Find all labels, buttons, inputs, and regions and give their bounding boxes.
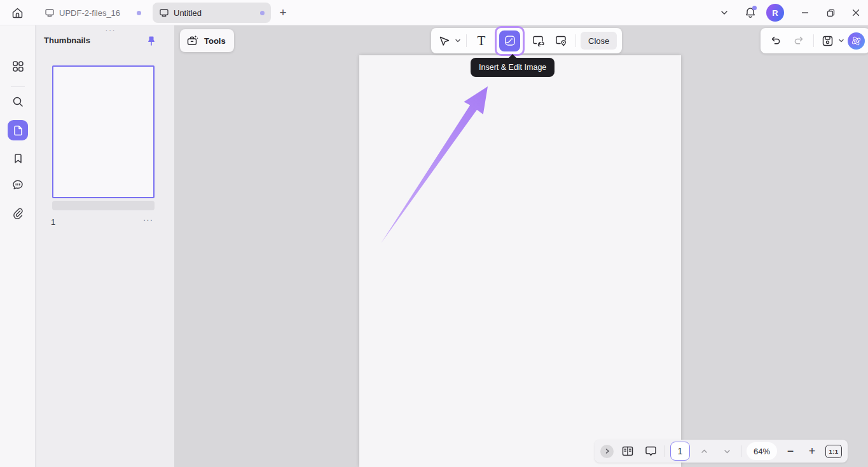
sidebar-item-search[interactable] [8, 91, 28, 112]
page-number-input[interactable]: 1 [670, 442, 690, 461]
text-tool-icon: T [478, 33, 486, 49]
history-save-toolbar [761, 28, 868, 53]
redo-button[interactable] [789, 30, 809, 51]
document-tab-icon [159, 8, 169, 18]
presentation-mode-button[interactable] [642, 442, 659, 460]
titlebar: UPDF-2-files_16 Untitled + R [0, 0, 868, 25]
minimize-button[interactable] [797, 4, 813, 21]
save-button[interactable] [818, 30, 836, 51]
sidebar-item-thumbnails[interactable] [8, 120, 28, 140]
paperclip-icon [11, 207, 24, 220]
statusbar-divider [665, 445, 665, 457]
tab-label: Untitled [174, 8, 202, 18]
icon-sidebar [0, 25, 36, 467]
toolbar-divider [813, 34, 814, 47]
page-layout-button[interactable] [619, 442, 637, 460]
comment-bubble-icon [11, 179, 24, 191]
home-icon [11, 6, 24, 20]
toolbar-divider [575, 34, 576, 47]
unsaved-dot [260, 11, 265, 15]
document-tab-icon [45, 8, 55, 18]
pushpin-icon [146, 35, 157, 46]
user-avatar[interactable]: R [766, 4, 784, 22]
link-tool-icon [531, 34, 545, 48]
close-window-button[interactable] [848, 4, 864, 21]
toolbox-icon [186, 34, 200, 48]
tools-button[interactable]: Tools [180, 29, 234, 52]
statusbar-divider [741, 445, 741, 457]
page-icon [12, 125, 24, 137]
collapse-bar-button[interactable] [600, 445, 614, 458]
pin-panel-button[interactable] [144, 33, 159, 48]
window-menu-chevron-down-icon[interactable] [716, 4, 733, 21]
text-tool-button[interactable]: T [471, 30, 492, 51]
location-tool-button[interactable] [551, 30, 571, 51]
actual-size-button[interactable]: 1:1 [825, 445, 842, 458]
tools-label: Tools [204, 36, 226, 46]
image-tool-button[interactable] [495, 26, 525, 56]
page-navigation-bar: 1 64% − + 1:1 [595, 440, 848, 463]
bookmark-icon [12, 152, 24, 165]
undo-icon [769, 34, 782, 47]
tab-updf-2-files[interactable]: UPDF-2-files_16 [38, 3, 148, 23]
sidebar-item-attachments[interactable] [8, 203, 28, 224]
maximize-button[interactable] [822, 4, 839, 21]
presentation-icon [644, 444, 658, 459]
zoom-level-button[interactable]: 64% [747, 442, 777, 460]
page-thumbnail-1[interactable] [52, 65, 155, 198]
panel-title: Thumbnails [44, 36, 90, 45]
close-edit-mode-button[interactable]: Close [581, 32, 617, 50]
chevron-up-icon [700, 447, 708, 456]
select-tool-chevron-down-icon[interactable] [454, 37, 462, 44]
sidebar-item-apps[interactable] [8, 56, 28, 76]
location-tool-icon [554, 34, 568, 48]
thumbnail-more-button[interactable]: ··· [143, 215, 153, 224]
thumbnail-page-number: 1 [51, 217, 55, 227]
edit-toolbar: T Close [431, 28, 622, 53]
image-tool-icon [499, 30, 520, 51]
chevron-down-icon [723, 447, 731, 456]
document-canvas[interactable] [174, 25, 868, 467]
unsaved-dot [137, 11, 141, 15]
sidebar-item-bookmarks[interactable] [8, 148, 28, 168]
updf-ai-button[interactable] [848, 32, 865, 50]
pdf-page[interactable] [359, 55, 681, 467]
tooltip-insert-edit-image: Insert & Edit Image [471, 58, 555, 77]
book-spread-icon [621, 444, 635, 458]
sidebar-item-comments[interactable] [8, 175, 28, 195]
sidebar-divider [11, 86, 25, 87]
search-icon [11, 95, 24, 108]
thumbnails-panel: ··· Thumbnails 1 ··· [36, 25, 174, 467]
redo-icon [792, 34, 805, 47]
save-icon [821, 34, 834, 48]
toolbar-divider [466, 34, 467, 47]
ai-atom-icon [850, 35, 862, 47]
new-tab-button[interactable]: + [275, 5, 291, 20]
chevron-right-icon [604, 448, 610, 454]
notifications-button[interactable] [742, 4, 759, 21]
zoom-out-button[interactable]: − [782, 443, 799, 459]
zoom-in-button[interactable]: + [804, 443, 820, 459]
tab-label: UPDF-2-files_16 [59, 8, 120, 18]
apps-grid-icon [11, 60, 25, 73]
cursor-icon [438, 34, 451, 47]
next-page-button[interactable] [718, 442, 736, 460]
save-options-chevron-down-icon[interactable] [837, 37, 845, 44]
select-tool-button[interactable] [436, 30, 453, 51]
panel-drag-handle[interactable]: ··· [100, 26, 121, 34]
link-tool-button[interactable] [528, 30, 548, 51]
previous-page-button[interactable] [695, 442, 713, 460]
undo-button[interactable] [766, 30, 786, 51]
notification-badge-dot [752, 6, 757, 10]
home-button[interactable] [8, 4, 27, 22]
tab-untitled[interactable]: Untitled [153, 3, 271, 23]
thumbnail-strip [52, 201, 155, 210]
